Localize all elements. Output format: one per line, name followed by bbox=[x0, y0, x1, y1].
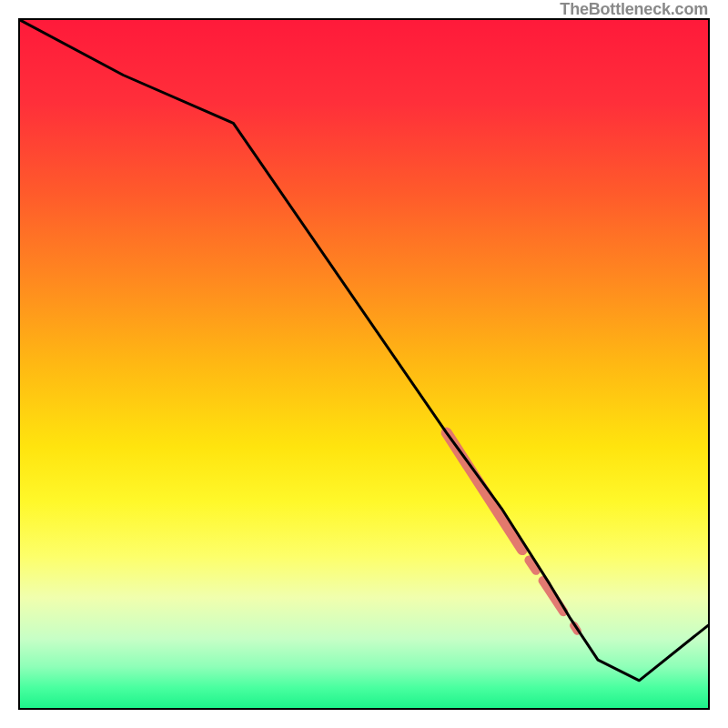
svg-line-3 bbox=[543, 581, 564, 612]
plot-area bbox=[18, 18, 710, 710]
chart-line bbox=[20, 20, 708, 681]
chart-container: TheBottleneck.com bbox=[0, 0, 728, 728]
chart-line-layer bbox=[20, 20, 708, 708]
line-highlight-overlay bbox=[447, 433, 578, 632]
watermark-text: TheBottleneck.com bbox=[560, 0, 708, 19]
